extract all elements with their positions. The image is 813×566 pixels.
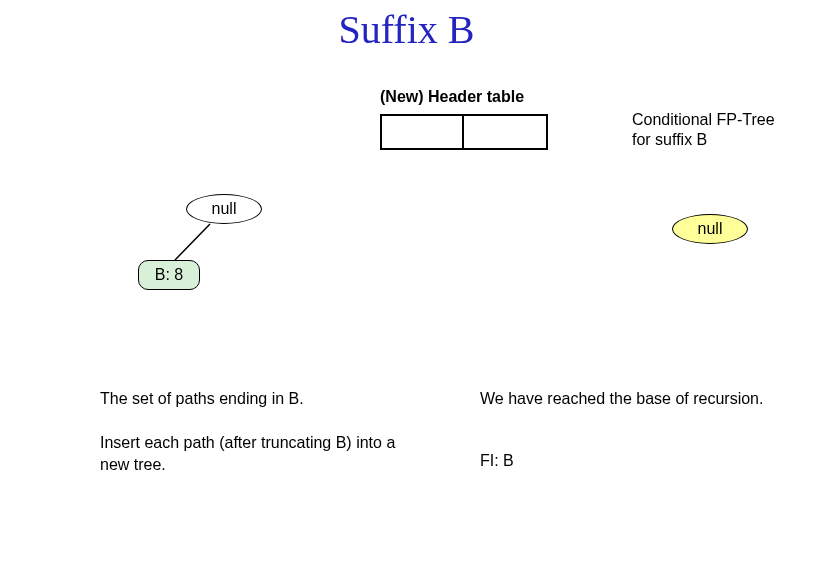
- header-table-label: (New) Header table: [380, 88, 524, 106]
- node-null-right: null: [672, 214, 748, 244]
- node-b8: B: 8: [138, 260, 200, 290]
- conditional-fp-tree-label: Conditional FP-Tree for suffix B: [632, 110, 782, 150]
- text-base-recursion: We have reached the base of recursion.: [480, 388, 780, 410]
- svg-line-0: [175, 224, 210, 260]
- node-null-left: null: [186, 194, 262, 224]
- text-fi-b: FI: B: [480, 450, 780, 472]
- slide-title: Suffix B: [0, 6, 813, 53]
- text-paths-ending: The set of paths ending in B.: [100, 388, 420, 410]
- header-table-box: [380, 114, 548, 150]
- tree-edge: [0, 0, 813, 566]
- header-table-divider: [462, 116, 464, 148]
- text-insert-path: Insert each path (after truncating B) in…: [100, 432, 420, 475]
